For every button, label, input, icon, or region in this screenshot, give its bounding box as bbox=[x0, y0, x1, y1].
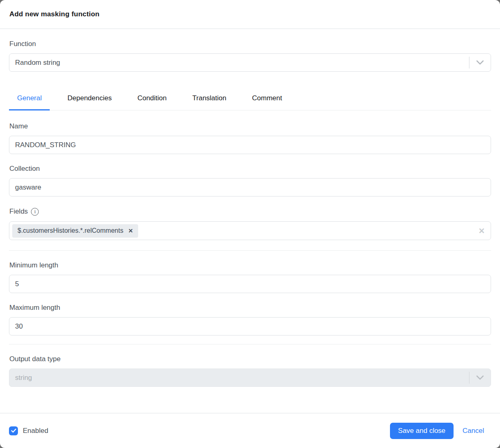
tab-condition[interactable]: Condition bbox=[129, 88, 175, 110]
fields-label: Fields bbox=[9, 207, 28, 216]
section-divider bbox=[9, 250, 491, 251]
tab-dependencies[interactable]: Dependencies bbox=[59, 88, 120, 110]
close-icon[interactable]: ✕ bbox=[128, 228, 133, 234]
output-type-select: string bbox=[9, 369, 491, 387]
tab-bar: General Dependencies Condition Translati… bbox=[9, 88, 491, 110]
output-type-label: Output data type bbox=[9, 355, 491, 363]
min-length-group: Minimum length bbox=[9, 261, 491, 293]
tab-gap bbox=[234, 88, 244, 110]
collection-label: Collection bbox=[9, 165, 491, 173]
min-length-label: Minimum length bbox=[9, 261, 491, 269]
max-length-label: Maximum length bbox=[9, 304, 491, 312]
function-select-value: Random string bbox=[9, 59, 469, 67]
enabled-checkbox-wrap[interactable]: Enabled bbox=[9, 426, 48, 435]
modal-header: Add new masking function bbox=[0, 0, 500, 29]
chevron-down-icon[interactable] bbox=[469, 60, 491, 65]
collection-group: Collection bbox=[9, 165, 491, 196]
modal-body: Function Random string General Dependenc… bbox=[0, 29, 500, 413]
min-length-input[interactable] bbox=[9, 275, 491, 293]
output-type-value: string bbox=[9, 374, 469, 382]
modal-footer: Enabled Save and close Cancel bbox=[0, 413, 500, 448]
tab-gap bbox=[175, 88, 184, 110]
section-divider bbox=[9, 344, 491, 344]
name-label: Name bbox=[9, 122, 491, 130]
clear-all-icon[interactable]: ✕ bbox=[478, 227, 485, 235]
fields-label-row: Fields i bbox=[9, 207, 491, 216]
tab-gap bbox=[120, 88, 129, 110]
name-input[interactable] bbox=[9, 136, 491, 154]
footer-actions: Save and close Cancel bbox=[390, 423, 491, 439]
field-tag: $.customersHistories.*.relComments ✕ bbox=[12, 224, 138, 238]
checkmark-icon[interactable] bbox=[9, 426, 18, 435]
function-label: Function bbox=[9, 40, 491, 48]
max-length-input[interactable] bbox=[9, 317, 491, 335]
add-masking-function-modal: Add new masking function Function Random… bbox=[0, 0, 500, 448]
tab-gap bbox=[50, 88, 59, 110]
tab-general[interactable]: General bbox=[9, 88, 50, 110]
field-tag-label: $.customersHistories.*.relComments bbox=[18, 227, 123, 234]
fields-tags-input[interactable]: $.customersHistories.*.relComments ✕ ✕ bbox=[9, 221, 491, 240]
function-group: Function Random string bbox=[9, 40, 491, 72]
collection-input[interactable] bbox=[9, 178, 491, 196]
output-type-group: Output data type string bbox=[9, 355, 491, 387]
function-select[interactable]: Random string bbox=[9, 53, 491, 72]
modal-title: Add new masking function bbox=[9, 10, 99, 18]
fields-group: Fields i $.customersHistories.*.relComme… bbox=[9, 207, 491, 240]
save-and-close-button[interactable]: Save and close bbox=[390, 423, 454, 439]
info-icon[interactable]: i bbox=[31, 208, 39, 216]
enabled-label: Enabled bbox=[23, 427, 48, 435]
name-group: Name bbox=[9, 122, 491, 154]
tab-comment[interactable]: Comment bbox=[244, 88, 290, 110]
chevron-down-icon bbox=[469, 375, 491, 380]
cancel-button[interactable]: Cancel bbox=[463, 427, 484, 435]
tab-translation[interactable]: Translation bbox=[184, 88, 234, 110]
max-length-group: Maximum length bbox=[9, 304, 491, 335]
